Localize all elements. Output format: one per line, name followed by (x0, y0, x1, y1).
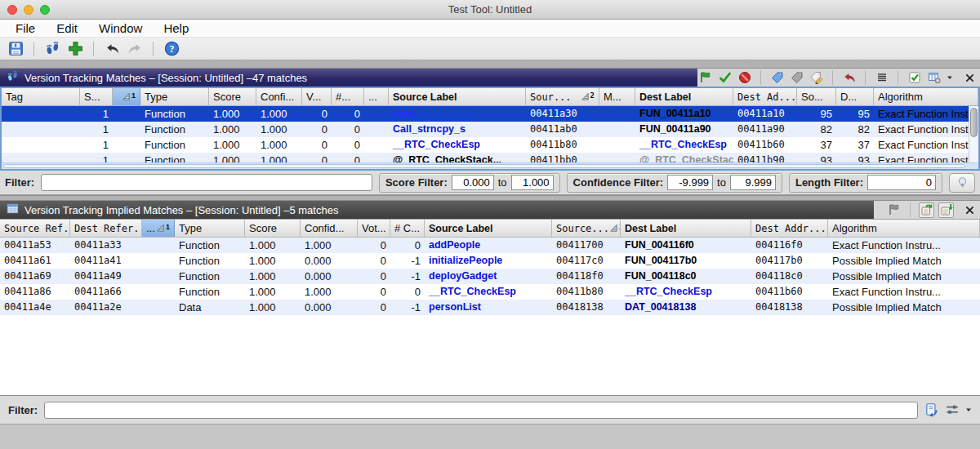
check-accept-icon[interactable] (717, 70, 733, 86)
implied-table-body: 00411a5300411a33Function1.0001.00000addP… (0, 238, 980, 315)
column-header--[interactable]: ...1 (142, 220, 175, 237)
column-header-score[interactable]: Score (209, 88, 256, 105)
score-filter-from-input[interactable] (452, 175, 494, 190)
column-header--[interactable]: #... (332, 88, 364, 105)
redo-icon[interactable] (126, 40, 144, 58)
cell-tag (2, 122, 80, 137)
column-header-sour-[interactable]: Sour...2 (526, 88, 599, 105)
confidence-filter-to-input[interactable] (730, 175, 776, 190)
column-header-tag[interactable]: Tag (2, 88, 80, 105)
column-header-dest-label[interactable]: Dest Label (635, 88, 733, 105)
column-header-dest-refer-[interactable]: Dest Refer... (70, 220, 142, 237)
column-header-score[interactable]: Score (245, 220, 301, 237)
length-filter-input[interactable] (867, 175, 936, 190)
column-header-label: Source... (556, 223, 609, 234)
column-header--[interactable]: ... (364, 88, 389, 105)
filter-settings-icon[interactable] (945, 402, 960, 417)
implied-filter-input[interactable] (44, 402, 918, 419)
column-header-confid-[interactable]: Confid... (301, 220, 358, 237)
table-row[interactable]: 00411a4e00411a2eData1.0000.0000-1personL… (0, 300, 980, 315)
column-header--c-[interactable]: # C... (390, 220, 425, 237)
column-header-algorithm[interactable]: Algorithm (828, 220, 980, 237)
horizontal-scrollbar[interactable] (2, 162, 978, 169)
column-header-source-label[interactable]: Source Label (389, 88, 526, 105)
cell-type: Function (140, 122, 209, 137)
tag-gray-icon[interactable] (789, 70, 804, 86)
menu-item-edit[interactable]: Edit (46, 20, 88, 37)
menu-item-file[interactable]: File (5, 20, 46, 37)
filter-options-button[interactable] (949, 173, 975, 193)
cell-confidence: 1.000 (256, 122, 302, 137)
table-row[interactable]: 1Function1.0001.00000__RTC_CheckEsp00411… (2, 137, 978, 153)
apply-markup-add-icon[interactable] (938, 202, 954, 218)
cell-type: Function (140, 106, 209, 122)
save-icon[interactable] (7, 40, 24, 58)
column-header-confi-[interactable]: Confi... (256, 88, 302, 105)
table-row[interactable]: 00411a8600411a66Function1.0001.00000__RT… (0, 284, 980, 300)
vertical-scrollbar-thumb[interactable] (970, 108, 978, 137)
column-header-source-label[interactable]: Source Label (425, 220, 552, 237)
column-header-v-[interactable]: V... (302, 88, 332, 105)
cell-conflicts: 0 (332, 137, 364, 153)
list-menu-icon[interactable] (874, 70, 889, 86)
flag-gray-icon[interactable] (886, 202, 902, 218)
table-row[interactable]: 1Function1.0001.00000main00411a30FUN_004… (2, 106, 978, 122)
apply-markup-icon[interactable] (919, 202, 934, 218)
window-close-button[interactable] (7, 5, 17, 15)
table-row[interactable]: 00411a6100411a41Function1.0000.0000-1ini… (0, 253, 980, 269)
block-reject-icon[interactable] (737, 70, 752, 86)
score-filter-group: Score Filter: to (379, 173, 560, 193)
cell-type: Function (175, 253, 245, 269)
score-filter-to-input[interactable] (511, 175, 554, 190)
undo-icon[interactable] (103, 40, 121, 58)
column-header-source-ref-[interactable]: Source Ref... (0, 220, 70, 237)
caret-down-icon[interactable] (965, 407, 972, 413)
table-row[interactable]: 00411a5300411a33Function1.0001.00000addP… (0, 238, 980, 253)
checkbox-filter-icon[interactable] (906, 70, 922, 86)
column-header-type[interactable]: Type (175, 220, 245, 237)
table-icon (7, 202, 19, 217)
column-header-dest-ad-[interactable]: Dest Ad... (733, 88, 797, 105)
help-icon[interactable]: ? (163, 40, 180, 58)
table-row[interactable]: 1Function1.0001.00000@_RTC_CheckStack...… (2, 153, 978, 162)
column-header-dest-addr-[interactable]: Dest Addr... (751, 220, 828, 237)
table-row[interactable]: 00411a6900411a49Function1.0000.0000-1dep… (0, 269, 980, 284)
column-header-sorted[interactable]: 1 (113, 88, 140, 105)
column-header-m-[interactable]: M... (599, 88, 635, 105)
table-columns-icon[interactable] (926, 70, 942, 86)
implied-panel-close-button[interactable] (959, 201, 980, 219)
cell-confidence: 1.000 (301, 238, 358, 253)
column-header-dest-label[interactable]: Dest Label (621, 220, 751, 237)
tag-blue-icon[interactable] (769, 70, 785, 86)
footprints-icon[interactable] (43, 40, 61, 58)
column-header-algorithm[interactable]: Algorithm (874, 88, 978, 105)
caret-down-icon[interactable] (946, 70, 954, 86)
table-row[interactable]: 1Function1.0001.00000Call_strncpy_s00411… (2, 122, 978, 137)
confidence-filter-from-input[interactable] (667, 175, 713, 190)
window-minimize-button[interactable] (24, 5, 33, 15)
matches-filter-input[interactable] (41, 174, 372, 191)
column-header-label: Algorithm (832, 222, 877, 234)
column-header-label: Dest Addr... (755, 223, 826, 234)
column-header-label: So... (801, 91, 823, 103)
vertical-scrollbar[interactable] (969, 106, 978, 162)
column-header-vot-[interactable]: Vot... (358, 220, 390, 237)
cell-src-label: addPeople (425, 238, 552, 253)
tag-edit-icon[interactable] (808, 70, 824, 86)
menu-item-help[interactable]: Help (153, 20, 199, 37)
window-zoom-button[interactable] (40, 5, 50, 15)
column-header-d-[interactable]: D... (836, 88, 874, 105)
column-header-s-[interactable]: S... (80, 88, 113, 105)
column-header-type[interactable]: Type (140, 88, 209, 105)
undo-red-icon[interactable] (841, 70, 857, 86)
add-icon[interactable] (66, 40, 84, 58)
column-header-source-[interactable]: Source...2 (552, 220, 621, 237)
matches-panel-close-button[interactable] (959, 69, 980, 87)
column-header-so-[interactable]: So... (797, 88, 836, 105)
menu-item-window[interactable]: Window (88, 20, 153, 37)
cell-confidence: 1.000 (256, 106, 302, 122)
clear-filter-icon[interactable] (924, 402, 939, 417)
flag-green-icon[interactable] (697, 70, 713, 86)
cell-score: 1.000 (245, 284, 301, 300)
horizontal-scrollbar-thumb[interactable] (3, 164, 965, 168)
